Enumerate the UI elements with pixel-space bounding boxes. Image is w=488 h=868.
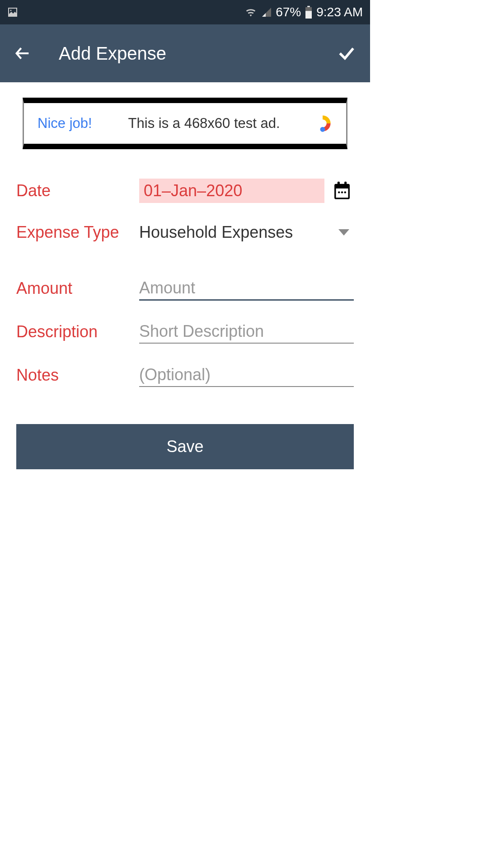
page-title: Add Expense — [59, 43, 337, 64]
svg-point-12 — [344, 191, 346, 193]
confirm-checkmark-icon[interactable] — [337, 43, 357, 63]
status-left — [7, 7, 18, 18]
clock-time: 9:23 AM — [316, 5, 363, 19]
expense-type-label: Expense Type — [16, 223, 139, 242]
expense-type-row[interactable]: Expense Type Household Expenses — [16, 218, 354, 247]
gallery-icon — [7, 7, 18, 18]
svg-point-5 — [320, 127, 325, 132]
svg-point-1 — [10, 10, 12, 11]
svg-point-10 — [338, 191, 340, 193]
app-bar: Add Expense — [0, 24, 370, 82]
expense-type-value: Household Expenses — [139, 223, 338, 242]
dropdown-icon — [338, 229, 349, 236]
notes-row: Notes — [16, 361, 354, 390]
ad-banner[interactable]: Nice job! This is a 468x60 test ad. — [23, 98, 347, 149]
date-row: Date 01–Jan–2020 — [16, 176, 354, 205]
svg-rect-8 — [338, 182, 340, 185]
svg-point-11 — [341, 191, 343, 193]
date-value[interactable]: 01–Jan–2020 — [139, 179, 324, 203]
svg-rect-2 — [307, 6, 310, 7]
date-label: Date — [16, 181, 139, 200]
battery-icon — [305, 6, 313, 19]
save-button[interactable]: Save — [16, 424, 354, 469]
amount-row: Amount — [16, 274, 354, 303]
calendar-icon[interactable] — [333, 181, 352, 201]
svg-rect-9 — [344, 182, 347, 185]
description-row: Description — [16, 317, 354, 346]
description-input[interactable] — [139, 320, 354, 344]
ad-body-text: This is a 468x60 test ad. — [128, 115, 313, 132]
notes-label: Notes — [16, 366, 139, 385]
notes-input[interactable] — [139, 363, 354, 387]
wifi-icon — [244, 7, 258, 18]
amount-input[interactable] — [139, 277, 354, 301]
status-bar: 67% 9:23 AM — [0, 0, 370, 24]
amount-label: Amount — [16, 279, 139, 298]
admob-logo-icon — [313, 113, 333, 133]
expense-form: Date 01–Jan–2020 Expense Type Household … — [0, 163, 370, 469]
description-label: Description — [16, 322, 139, 341]
ad-nice-text: Nice job! — [38, 115, 92, 132]
back-arrow-icon[interactable] — [14, 44, 32, 62]
svg-rect-4 — [305, 11, 312, 19]
battery-percent: 67% — [276, 5, 301, 19]
status-right: 67% 9:23 AM — [244, 5, 363, 19]
signal-icon — [261, 7, 272, 18]
